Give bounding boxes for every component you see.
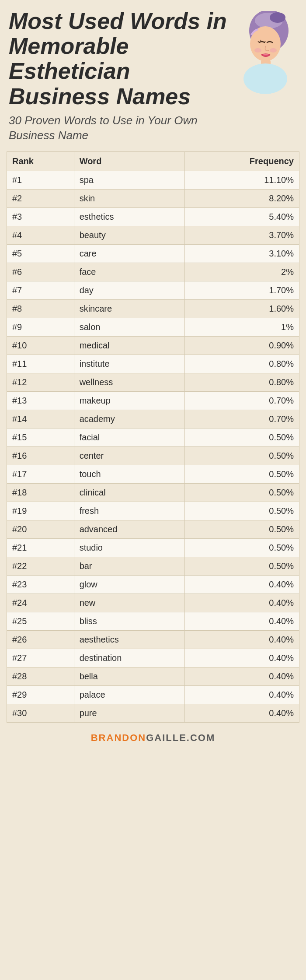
cell-rank: #4 (7, 226, 74, 245)
esthetician-illustration (230, 11, 295, 98)
svg-point-7 (254, 48, 261, 53)
table-row: #1spa11.10% (7, 171, 299, 190)
cell-frequency: 8.20% (184, 190, 299, 208)
cell-word: salon (74, 318, 184, 337)
cell-word: spa (74, 171, 184, 190)
cell-frequency: 1.70% (184, 281, 299, 300)
cell-rank: #15 (7, 429, 74, 447)
cell-rank: #21 (7, 539, 74, 557)
cell-word: bella (74, 667, 184, 686)
cell-word: glow (74, 576, 184, 594)
cell-frequency: 0.50% (184, 557, 299, 576)
cell-word: bar (74, 557, 184, 576)
footer-text: BRANDONGAILLE.COM (91, 732, 216, 743)
table-row: #26aesthetics0.40% (7, 631, 299, 649)
cell-frequency: 0.50% (184, 539, 299, 557)
table-row: #11institute0.80% (7, 355, 299, 373)
illustration (227, 9, 297, 98)
cell-frequency: 0.40% (184, 649, 299, 667)
header-section: Most Used Words in Memorable Esthetician… (0, 0, 306, 147)
cell-rank: #13 (7, 392, 74, 410)
cell-rank: #2 (7, 190, 74, 208)
cell-frequency: 0.50% (184, 520, 299, 539)
cell-frequency: 11.10% (184, 171, 299, 190)
cell-word: makeup (74, 392, 184, 410)
cell-word: care (74, 245, 184, 263)
cell-word: palace (74, 686, 184, 704)
cell-frequency: 0.70% (184, 410, 299, 429)
cell-word: day (74, 281, 184, 300)
cell-rank: #17 (7, 465, 74, 484)
table-row: #3esthetics5.40% (7, 208, 299, 226)
cell-frequency: 0.90% (184, 337, 299, 355)
cell-frequency: 3.70% (184, 226, 299, 245)
cell-rank: #29 (7, 686, 74, 704)
table-row: #6face2% (7, 263, 299, 281)
col-word: Word (74, 152, 184, 171)
cell-word: studio (74, 539, 184, 557)
table-row: #4beauty3.70% (7, 226, 299, 245)
table-row: #23glow0.40% (7, 576, 299, 594)
data-table: Rank Word Frequency #1spa11.10%#2skin8.2… (7, 151, 299, 723)
cell-rank: #30 (7, 704, 74, 723)
table-row: #17touch0.50% (7, 465, 299, 484)
cell-word: touch (74, 465, 184, 484)
cell-frequency: 1% (184, 318, 299, 337)
cell-rank: #3 (7, 208, 74, 226)
table-row: #14academy0.70% (7, 410, 299, 429)
cell-word: skincare (74, 300, 184, 318)
table-row: #24new0.40% (7, 594, 299, 612)
table-row: #19fresh0.50% (7, 502, 299, 520)
cell-word: clinical (74, 484, 184, 502)
table-row: #7day1.70% (7, 281, 299, 300)
cell-rank: #9 (7, 318, 74, 337)
cell-rank: #12 (7, 373, 74, 392)
cell-frequency: 3.10% (184, 245, 299, 263)
cell-word: pure (74, 704, 184, 723)
cell-rank: #6 (7, 263, 74, 281)
cell-rank: #25 (7, 612, 74, 631)
table-row: #10medical0.90% (7, 337, 299, 355)
table-row: #18clinical0.50% (7, 484, 299, 502)
cell-rank: #27 (7, 649, 74, 667)
col-frequency: Frequency (184, 152, 299, 171)
cell-word: medical (74, 337, 184, 355)
table-row: #8skincare1.60% (7, 300, 299, 318)
cell-word: academy (74, 410, 184, 429)
cell-rank: #20 (7, 520, 74, 539)
footer: BRANDONGAILLE.COM (0, 727, 306, 749)
cell-rank: #8 (7, 300, 74, 318)
cell-frequency: 0.40% (184, 667, 299, 686)
cell-rank: #28 (7, 667, 74, 686)
cell-word: skin (74, 190, 184, 208)
cell-frequency: 0.50% (184, 484, 299, 502)
cell-rank: #5 (7, 245, 74, 263)
table-row: #16center0.50% (7, 447, 299, 465)
cell-frequency: 0.80% (184, 355, 299, 373)
svg-point-2 (270, 12, 285, 23)
cell-word: aesthetics (74, 631, 184, 649)
table-row: #20advanced0.50% (7, 520, 299, 539)
cell-word: destination (74, 649, 184, 667)
cell-frequency: 2% (184, 263, 299, 281)
cell-word: wellness (74, 373, 184, 392)
cell-word: advanced (74, 520, 184, 539)
footer-gaille: GAILLE.COM (146, 732, 215, 743)
svg-point-8 (270, 48, 277, 53)
cell-frequency: 0.40% (184, 686, 299, 704)
cell-word: esthetics (74, 208, 184, 226)
table-row: #12wellness0.80% (7, 373, 299, 392)
cell-rank: #23 (7, 576, 74, 594)
cell-frequency: 0.40% (184, 631, 299, 649)
cell-frequency: 1.60% (184, 300, 299, 318)
cell-frequency: 0.50% (184, 502, 299, 520)
cell-word: bliss (74, 612, 184, 631)
cell-rank: #19 (7, 502, 74, 520)
cell-rank: #16 (7, 447, 74, 465)
cell-rank: #24 (7, 594, 74, 612)
cell-rank: #26 (7, 631, 74, 649)
cell-frequency: 0.40% (184, 704, 299, 723)
cell-word: beauty (74, 226, 184, 245)
svg-point-10 (243, 63, 287, 94)
table-row: #28bella0.40% (7, 667, 299, 686)
